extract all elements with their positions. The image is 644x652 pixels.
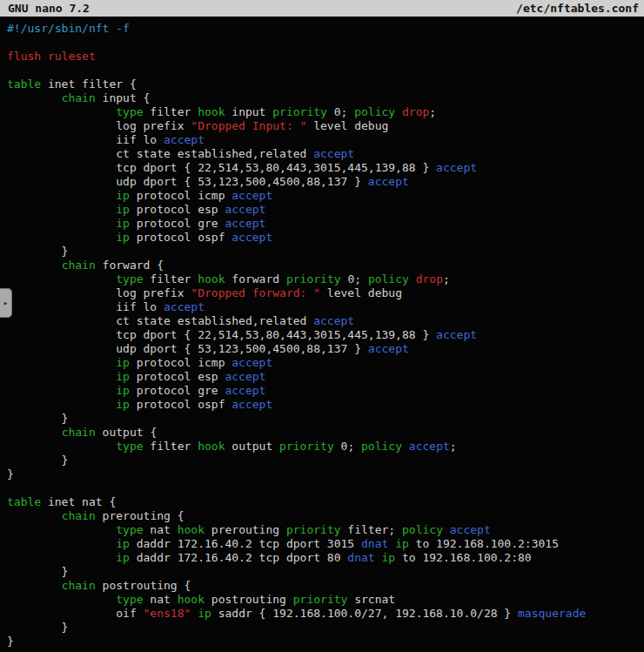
code-token: ip bbox=[116, 537, 130, 550]
code-line: udp dport { 53,123,500,4500,88,137 } acc… bbox=[7, 342, 644, 356]
code-token bbox=[7, 203, 116, 216]
code-token: filter bbox=[144, 272, 198, 286]
code-token: nat bbox=[144, 593, 178, 606]
code-token: 0; bbox=[327, 105, 354, 118]
code-line: tcp dport { 22,514,53,80,443,3015,445,13… bbox=[7, 328, 644, 342]
code-token: } bbox=[7, 245, 68, 258]
code-token: ip bbox=[116, 217, 130, 230]
code-line: chain forward { bbox=[7, 259, 644, 272]
code-line: } bbox=[7, 621, 644, 635]
code-line: ip protocol icmp accept bbox=[7, 189, 644, 203]
code-token: type bbox=[116, 105, 143, 118]
code-token bbox=[395, 105, 402, 118]
nano-version: GNU nano 7.2 bbox=[8, 2, 90, 15]
code-token: "ens18" bbox=[144, 607, 191, 620]
code-line: chain prerouting { bbox=[7, 509, 644, 523]
code-line: ip protocol gre accept bbox=[7, 217, 644, 231]
code-token: hook bbox=[198, 272, 225, 286]
code-line: log prefix "Dropped forward: " level deb… bbox=[7, 286, 644, 300]
code-token bbox=[409, 272, 416, 286]
code-token: srcnat bbox=[347, 593, 395, 606]
code-token: inet nat { bbox=[41, 495, 116, 508]
code-token: ip bbox=[381, 551, 395, 564]
code-token: ct state established,related bbox=[7, 147, 313, 160]
code-token bbox=[7, 189, 116, 202]
code-token: protocol icmp bbox=[130, 356, 231, 369]
code-token: output bbox=[225, 440, 279, 453]
code-token bbox=[7, 384, 116, 397]
code-token: "Dropped forward: " bbox=[191, 286, 320, 299]
code-token: accept bbox=[225, 384, 265, 397]
code-token: level debug bbox=[306, 119, 388, 132]
code-token bbox=[7, 105, 116, 118]
code-line: chain postrouting { bbox=[7, 579, 644, 593]
chevron-right-icon: ▸ bbox=[3, 299, 8, 307]
code-token: to 192.168.100.2:80 bbox=[395, 551, 532, 564]
code-token: type bbox=[116, 272, 143, 286]
code-token: chain bbox=[62, 426, 96, 439]
code-token: protocol ospf bbox=[130, 398, 231, 411]
code-token: udp dport { 53,123,500,4500,88,137 } bbox=[7, 175, 368, 188]
code-token: type bbox=[116, 593, 143, 606]
code-token: hook bbox=[198, 440, 225, 453]
code-token: ip bbox=[198, 607, 211, 620]
code-token: "Dropped Input: " bbox=[191, 119, 306, 132]
code-token: ip bbox=[116, 189, 130, 202]
code-line: } bbox=[7, 565, 644, 579]
code-token: input bbox=[225, 105, 272, 118]
code-token bbox=[7, 356, 116, 369]
code-token: accept bbox=[231, 231, 272, 244]
code-line: ip daddr 172.16.40.2 tcp dport 80 dnat i… bbox=[7, 551, 644, 565]
code-token: accept bbox=[225, 370, 265, 383]
code-token: chain bbox=[62, 259, 96, 272]
code-token: nat bbox=[144, 523, 178, 536]
code-token: accept bbox=[409, 440, 450, 453]
code-token: chain bbox=[62, 579, 96, 592]
code-token: priority bbox=[272, 105, 327, 118]
side-panel-toggle[interactable]: ▸ bbox=[0, 288, 12, 318]
code-token: priority bbox=[293, 593, 348, 606]
code-token: postrouting { bbox=[96, 579, 191, 592]
code-line: ip protocol icmp accept bbox=[7, 356, 644, 370]
code-token: filter; bbox=[341, 523, 402, 536]
code-line: type filter hook input priority 0; polic… bbox=[7, 105, 644, 119]
code-token: tcp dport { 22,514,53,80,443,3015,445,13… bbox=[7, 161, 436, 174]
code-line: chain input { bbox=[7, 91, 644, 105]
code-token: } bbox=[7, 467, 14, 481]
code-token: ip bbox=[116, 398, 130, 411]
code-token: saddr { 192.168.100.0/27, 192.168.10.0/2… bbox=[211, 607, 518, 620]
code-line: flush ruleset bbox=[7, 50, 644, 64]
code-token: ; bbox=[443, 272, 450, 286]
code-token: protocol icmp bbox=[130, 189, 231, 202]
code-token: accept bbox=[231, 356, 272, 369]
code-token: } bbox=[7, 454, 68, 467]
code-token: accept bbox=[450, 523, 491, 536]
code-token: type bbox=[116, 440, 143, 453]
code-token: priority bbox=[286, 272, 341, 286]
code-token: table bbox=[7, 495, 41, 508]
code-line: ct state established,related accept bbox=[7, 314, 644, 328]
code-token: accept bbox=[164, 133, 205, 146]
code-line: iif lo accept bbox=[7, 133, 644, 147]
code-token: inet filter { bbox=[41, 77, 137, 91]
code-token: drop bbox=[402, 105, 429, 118]
code-token bbox=[7, 370, 116, 383]
file-path: /etc/nftables.conf bbox=[516, 2, 639, 15]
code-token: } bbox=[7, 565, 68, 578]
code-token bbox=[7, 523, 116, 536]
code-token: filter bbox=[144, 105, 198, 118]
code-token: protocol esp bbox=[130, 370, 225, 383]
code-line: ip protocol gre accept bbox=[7, 384, 644, 398]
code-line: type nat hook postrouting priority srcna… bbox=[7, 593, 644, 607]
code-token: priority bbox=[279, 440, 334, 453]
code-line: ip protocol esp accept bbox=[7, 370, 644, 384]
code-token bbox=[388, 537, 395, 550]
code-token: forward bbox=[225, 272, 285, 286]
code-token: iif lo bbox=[7, 133, 164, 146]
editor-buffer[interactable]: #!/usr/sbin/nft -f flush ruleset table i… bbox=[0, 17, 644, 649]
code-token bbox=[7, 217, 116, 230]
code-token: log prefix bbox=[7, 119, 191, 132]
code-token bbox=[7, 272, 116, 286]
code-token: tcp dport { 22,514,53,80,443,3015,445,13… bbox=[7, 328, 436, 341]
code-token: masquerade bbox=[518, 607, 586, 620]
